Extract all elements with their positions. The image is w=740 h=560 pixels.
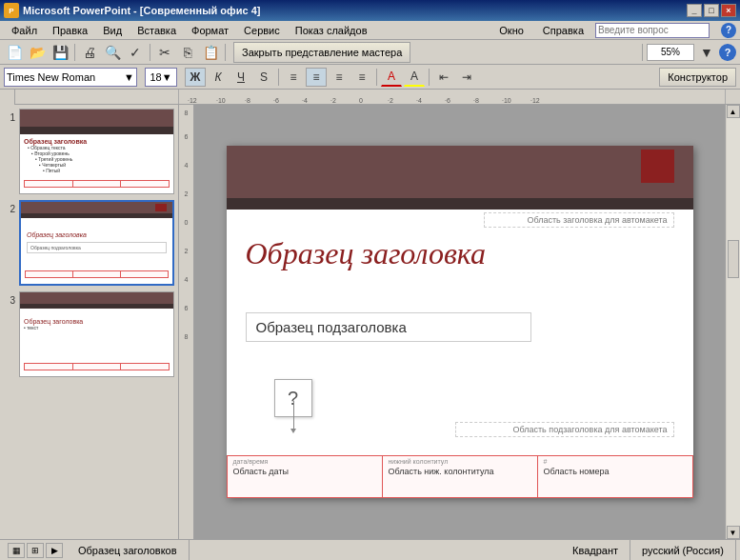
justify-button[interactable]: ≡	[351, 68, 372, 87]
strikethrough-button[interactable]: S	[253, 68, 274, 87]
font-size-label: 18	[150, 71, 161, 83]
align-right-button[interactable]: ≡	[329, 68, 350, 87]
search-input[interactable]	[595, 23, 710, 38]
slide-deco-stripe	[227, 198, 693, 210]
vertical-ruler: 8 6 4 2 0 2 4 6 8	[179, 105, 194, 539]
status-position-text: Квадрант	[572, 545, 618, 556]
scroll-up-button[interactable]: ▲	[727, 105, 740, 118]
status-bar: ▦ ⊞ ▶ Образец заголовков Квадрант русски…	[0, 539, 740, 560]
status-language: русский (Россия)	[630, 540, 736, 560]
menu-file[interactable]: Файл	[4, 23, 45, 38]
print-button[interactable]: 🖨	[79, 43, 100, 62]
bold-button[interactable]: Ж	[185, 68, 206, 87]
preview-button[interactable]: 🔍	[102, 43, 123, 62]
s2-header-bg	[21, 202, 172, 213]
help-toolbar-button[interactable]: ?	[719, 44, 736, 61]
footer-number-text: Область номера	[544, 465, 687, 476]
increase-indent-button[interactable]: ⇥	[456, 68, 477, 87]
view-buttons: ▦ ⊞ ▶	[4, 543, 67, 558]
cut-button[interactable]: ✂	[154, 43, 175, 62]
slide-number-1: 1	[4, 109, 15, 123]
slide-number-3: 3	[4, 291, 15, 306]
status-slide-info: Образец заголовков	[67, 540, 190, 560]
scroll-thumb[interactable]	[728, 240, 739, 278]
underline-button[interactable]: Ч	[230, 68, 251, 87]
menu-insert[interactable]: Вставка	[130, 23, 184, 38]
footer-center-section: нижний колонтитул Область ниж. колонтиту…	[383, 456, 538, 497]
slide-subtitle-text: Образец подзаголовка	[256, 319, 407, 335]
slide-footer-bar: дата/время Область даты нижний колонтиту…	[227, 455, 693, 498]
title-bar: P Microsoft PowerPoint - [Современный оф…	[0, 0, 740, 21]
s1-footer	[24, 180, 170, 188]
zoom-input[interactable]: 55%	[647, 44, 694, 61]
slide-thumb-3: 3 Образец заголовка • текст	[4, 291, 174, 377]
slide-title-text[interactable]: Образец заголовка	[246, 236, 486, 271]
slide-thumb-2: 2 Образец заголовка Образец подзаголовка	[4, 200, 174, 286]
slide-thumbnail-1[interactable]: Образец заголовка • Образец текста ▪ Вто…	[19, 109, 174, 194]
vertical-scrollbar[interactable]: ▲ ▼	[725, 105, 740, 539]
slide-panel: 1 Образец заголовка • Образец текста ▪ В…	[0, 105, 179, 539]
s1-header-bg	[20, 110, 173, 127]
s2-footer	[25, 270, 169, 278]
open-button[interactable]: 📂	[27, 43, 48, 62]
menu-edit[interactable]: Правка	[45, 23, 95, 38]
minimize-button[interactable]: _	[687, 4, 702, 17]
slide-thumb-1: 1 Образец заголовка • Образец текста ▪ В…	[4, 109, 174, 194]
menu-help[interactable]: Справка	[535, 23, 591, 38]
menu-window[interactable]: Окно	[491, 23, 531, 38]
s1-title: Образец заголовка	[24, 138, 170, 145]
close-button[interactable]: ×	[721, 4, 736, 17]
highlight-button[interactable]: A	[404, 68, 425, 87]
s2-title: Образец заголовка	[27, 231, 167, 238]
font-name-dropdown[interactable]: Times New Roman ▼	[4, 68, 137, 87]
scroll-down-button[interactable]: ▼	[727, 526, 740, 539]
scroll-track[interactable]	[727, 118, 740, 526]
align-left-button[interactable]: ≡	[283, 68, 304, 87]
font-color-button[interactable]: A	[381, 68, 402, 87]
s3-header-bg	[20, 292, 173, 304]
footer-date-text: Область даты	[233, 465, 376, 476]
title-bar-buttons: _ □ ×	[687, 4, 736, 17]
new-button[interactable]: 📄	[4, 43, 25, 62]
slide-number-2: 2	[4, 200, 15, 214]
sorter-view-button[interactable]: ⊞	[27, 543, 44, 558]
menu-format[interactable]: Формат	[184, 23, 236, 38]
slide-deco-header	[227, 146, 693, 198]
slide-thumbnail-3[interactable]: Образец заголовка • текст	[19, 291, 174, 377]
close-master-button[interactable]: Закрыть представление мастера	[233, 42, 410, 63]
maximize-button[interactable]: □	[704, 4, 719, 17]
italic-button[interactable]: К	[208, 68, 229, 87]
footer-date-section: дата/время Область даты	[228, 456, 383, 497]
s2-body: Образец заголовка Образец подзаголовка	[21, 218, 172, 263]
footer-number-section: # Область номера	[538, 456, 692, 497]
help-button[interactable]: ?	[721, 23, 736, 38]
footer-number-label: #	[544, 458, 687, 465]
check-button[interactable]: ✓	[125, 43, 146, 62]
main-area: 1 Образец заголовка • Образец текста ▪ В…	[0, 105, 740, 539]
s3-title: Образец заголовка	[24, 318, 170, 325]
horizontal-ruler: ·12 ·10 ·8 ·6 ·4 ·2 0 ·2 ·4 ·6 ·8 ·10 ·1…	[179, 90, 725, 104]
menu-tools[interactable]: Сервис	[236, 23, 288, 38]
title-bar-left: P Microsoft PowerPoint - [Современный оф…	[4, 3, 260, 18]
menu-slideshow[interactable]: Показ слайдов	[288, 23, 375, 38]
paste-button[interactable]: 📋	[200, 43, 221, 62]
footer-area-label: Область подзаголовка для автомакета	[455, 422, 674, 437]
konstruktor-button[interactable]: Конструктор	[659, 68, 736, 87]
zoom-dropdown-icon[interactable]: ▼	[696, 43, 717, 62]
header-area-label: Область заголовка для автомакета	[484, 212, 674, 228]
footer-center-text: Область ниж. колонтитула	[389, 465, 531, 476]
canvas-area: Область заголовка для автомакета Образец…	[194, 105, 725, 539]
ruler-corner	[0, 90, 15, 105]
save-button[interactable]: 💾	[50, 43, 70, 62]
normal-view-button[interactable]: ▦	[8, 543, 25, 558]
s2-subtitle: Образец подзаголовка	[30, 245, 163, 250]
main-slide[interactable]: Область заголовка для автомакета Образец…	[227, 146, 693, 498]
decrease-indent-button[interactable]: ⇤	[433, 68, 454, 87]
slideshow-view-button[interactable]: ▶	[46, 543, 63, 558]
slide-thumbnail-2[interactable]: Образец заголовка Образец подзаголовка	[19, 200, 174, 286]
menu-view[interactable]: Вид	[95, 23, 130, 38]
copy-button[interactable]: ⎘	[177, 43, 198, 62]
slide-subtitle-box[interactable]: Образец подзаголовка	[246, 312, 531, 342]
align-center-button[interactable]: ≡	[306, 68, 327, 87]
font-size-dropdown[interactable]: 18 ▼	[145, 68, 177, 87]
